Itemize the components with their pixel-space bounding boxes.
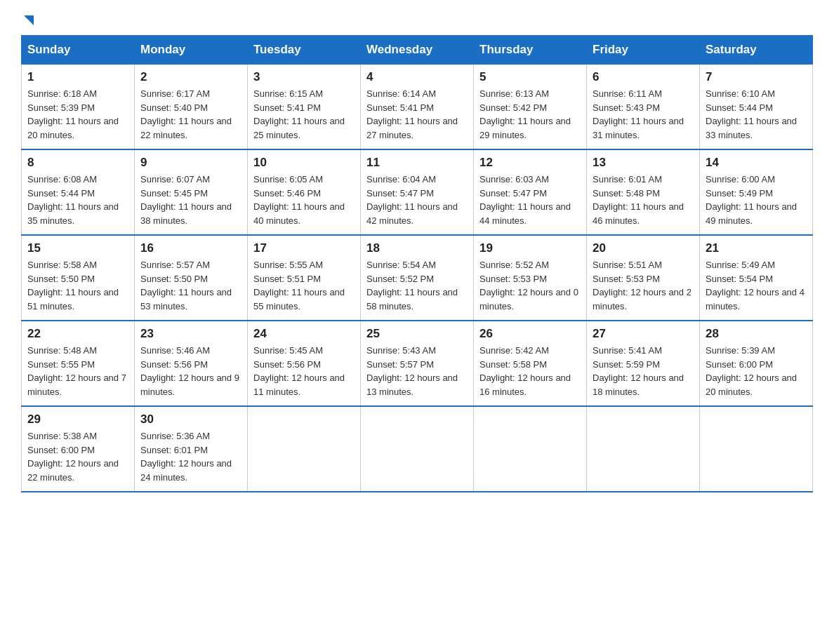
calendar-cell: 10 Sunrise: 6:05 AMSunset: 5:46 PMDaylig… [248,149,361,235]
day-info: Sunrise: 6:00 AMSunset: 5:49 PMDaylight:… [706,174,797,226]
day-info: Sunrise: 5:39 AMSunset: 6:00 PMDaylight:… [706,345,797,397]
calendar-cell [361,406,474,492]
calendar-week-row: 1 Sunrise: 6:18 AMSunset: 5:39 PMDayligh… [22,65,813,150]
day-number: 25 [366,327,468,341]
logo [21,14,37,28]
calendar-cell: 3 Sunrise: 6:15 AMSunset: 5:41 PMDayligh… [248,65,361,150]
day-number: 6 [593,70,694,84]
day-info: Sunrise: 5:46 AMSunset: 5:56 PMDaylight:… [140,345,239,397]
day-number: 28 [706,327,807,341]
calendar-header-row: SundayMondayTuesdayWednesdayThursdayFrid… [22,36,813,65]
calendar-table: SundayMondayTuesdayWednesdayThursdayFrid… [21,35,813,492]
calendar-cell: 4 Sunrise: 6:14 AMSunset: 5:41 PMDayligh… [361,65,474,150]
day-number: 21 [706,241,807,255]
calendar-cell: 8 Sunrise: 6:08 AMSunset: 5:44 PMDayligh… [22,149,135,235]
calendar-cell: 26 Sunrise: 5:42 AMSunset: 5:58 PMDaylig… [474,321,587,406]
day-info: Sunrise: 6:04 AMSunset: 5:47 PMDaylight:… [366,174,458,226]
day-info: Sunrise: 5:38 AMSunset: 6:00 PMDaylight:… [27,431,119,483]
calendar-cell: 20 Sunrise: 5:51 AMSunset: 5:53 PMDaylig… [587,235,700,321]
calendar-cell: 1 Sunrise: 6:18 AMSunset: 5:39 PMDayligh… [22,65,135,150]
day-info: Sunrise: 5:58 AMSunset: 5:50 PMDaylight:… [27,260,119,311]
day-info: Sunrise: 5:52 AMSunset: 5:53 PMDaylight:… [479,260,578,311]
day-info: Sunrise: 6:17 AMSunset: 5:40 PMDaylight:… [140,88,232,140]
page-header [21,14,813,28]
day-info: Sunrise: 6:08 AMSunset: 5:44 PMDaylight:… [27,174,119,226]
day-info: Sunrise: 5:51 AMSunset: 5:53 PMDaylight:… [593,260,691,311]
day-number: 14 [706,156,807,170]
calendar-cell: 29 Sunrise: 5:38 AMSunset: 6:00 PMDaylig… [22,406,135,492]
calendar-cell: 12 Sunrise: 6:03 AMSunset: 5:47 PMDaylig… [474,149,587,235]
calendar-cell [700,406,813,492]
col-header-tuesday: Tuesday [248,36,361,65]
day-number: 30 [140,412,241,427]
day-number: 24 [253,327,355,341]
day-number: 8 [27,156,128,170]
calendar-week-row: 8 Sunrise: 6:08 AMSunset: 5:44 PMDayligh… [22,149,813,235]
day-number: 19 [479,241,581,255]
calendar-cell: 18 Sunrise: 5:54 AMSunset: 5:52 PMDaylig… [361,235,474,321]
calendar-cell: 7 Sunrise: 6:10 AMSunset: 5:44 PMDayligh… [700,65,813,150]
day-info: Sunrise: 6:11 AMSunset: 5:43 PMDaylight:… [593,88,684,140]
day-number: 22 [27,327,128,341]
calendar-cell: 30 Sunrise: 5:36 AMSunset: 6:01 PMDaylig… [135,406,248,492]
calendar-cell: 5 Sunrise: 6:13 AMSunset: 5:42 PMDayligh… [474,65,587,150]
calendar-cell: 2 Sunrise: 6:17 AMSunset: 5:40 PMDayligh… [135,65,248,150]
day-info: Sunrise: 5:57 AMSunset: 5:50 PMDaylight:… [140,260,232,311]
col-header-wednesday: Wednesday [361,36,474,65]
col-header-thursday: Thursday [474,36,587,65]
day-number: 18 [366,241,468,255]
calendar-week-row: 15 Sunrise: 5:58 AMSunset: 5:50 PMDaylig… [22,235,813,321]
calendar-cell: 11 Sunrise: 6:04 AMSunset: 5:47 PMDaylig… [361,149,474,235]
calendar-cell: 22 Sunrise: 5:48 AMSunset: 5:55 PMDaylig… [22,321,135,406]
col-header-sunday: Sunday [22,36,135,65]
calendar-cell [587,406,700,492]
calendar-cell: 19 Sunrise: 5:52 AMSunset: 5:53 PMDaylig… [474,235,587,321]
day-info: Sunrise: 5:54 AMSunset: 5:52 PMDaylight:… [366,260,458,311]
day-number: 5 [479,70,581,84]
calendar-cell: 21 Sunrise: 5:49 AMSunset: 5:54 PMDaylig… [700,235,813,321]
day-info: Sunrise: 5:41 AMSunset: 5:59 PMDaylight:… [593,345,684,397]
day-info: Sunrise: 5:43 AMSunset: 5:57 PMDaylight:… [366,345,458,397]
day-number: 3 [253,70,355,84]
day-info: Sunrise: 5:42 AMSunset: 5:58 PMDaylight:… [479,345,571,397]
svg-marker-0 [24,15,34,25]
calendar-cell: 24 Sunrise: 5:45 AMSunset: 5:56 PMDaylig… [248,321,361,406]
day-number: 4 [366,70,468,84]
day-info: Sunrise: 5:36 AMSunset: 6:01 PMDaylight:… [140,431,232,483]
day-number: 26 [479,327,581,341]
calendar-cell [248,406,361,492]
col-header-saturday: Saturday [700,36,813,65]
calendar-cell: 17 Sunrise: 5:55 AMSunset: 5:51 PMDaylig… [248,235,361,321]
calendar-cell: 14 Sunrise: 6:00 AMSunset: 5:49 PMDaylig… [700,149,813,235]
day-number: 11 [366,156,468,170]
day-info: Sunrise: 5:48 AMSunset: 5:55 PMDaylight:… [27,345,126,397]
calendar-cell: 25 Sunrise: 5:43 AMSunset: 5:57 PMDaylig… [361,321,474,406]
day-number: 13 [593,156,694,170]
day-info: Sunrise: 6:05 AMSunset: 5:46 PMDaylight:… [253,174,345,226]
day-number: 10 [253,156,355,170]
day-number: 7 [706,70,807,84]
calendar-week-row: 29 Sunrise: 5:38 AMSunset: 6:00 PMDaylig… [22,406,813,492]
calendar-cell: 6 Sunrise: 6:11 AMSunset: 5:43 PMDayligh… [587,65,700,150]
day-number: 17 [253,241,355,255]
day-number: 23 [140,327,241,341]
day-number: 27 [593,327,694,341]
day-number: 29 [27,412,128,427]
day-info: Sunrise: 5:49 AMSunset: 5:54 PMDaylight:… [706,260,805,311]
day-info: Sunrise: 6:01 AMSunset: 5:48 PMDaylight:… [593,174,684,226]
calendar-cell [474,406,587,492]
calendar-week-row: 22 Sunrise: 5:48 AMSunset: 5:55 PMDaylig… [22,321,813,406]
day-number: 16 [140,241,241,255]
day-number: 20 [593,241,694,255]
calendar-cell: 15 Sunrise: 5:58 AMSunset: 5:50 PMDaylig… [22,235,135,321]
day-info: Sunrise: 6:03 AMSunset: 5:47 PMDaylight:… [479,174,571,226]
logo-arrow-icon [21,13,37,31]
day-info: Sunrise: 6:18 AMSunset: 5:39 PMDaylight:… [27,88,119,140]
day-number: 12 [479,156,581,170]
calendar-cell: 23 Sunrise: 5:46 AMSunset: 5:56 PMDaylig… [135,321,248,406]
calendar-cell: 28 Sunrise: 5:39 AMSunset: 6:00 PMDaylig… [700,321,813,406]
calendar-cell: 13 Sunrise: 6:01 AMSunset: 5:48 PMDaylig… [587,149,700,235]
day-info: Sunrise: 6:13 AMSunset: 5:42 PMDaylight:… [479,88,571,140]
day-info: Sunrise: 6:15 AMSunset: 5:41 PMDaylight:… [253,88,345,140]
calendar-cell: 27 Sunrise: 5:41 AMSunset: 5:59 PMDaylig… [587,321,700,406]
